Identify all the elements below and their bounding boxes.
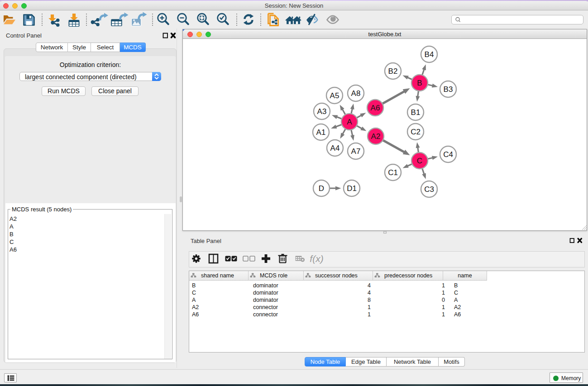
svg-text:C1: C1 [388,168,398,177]
svg-text:B2: B2 [388,67,398,76]
svg-text:B: B [417,79,422,87]
svg-text:A8: A8 [351,89,361,98]
svg-text:A7: A7 [351,147,361,156]
svg-text:B1: B1 [411,108,421,117]
svg-text:C3: C3 [424,185,434,194]
svg-text:B4: B4 [425,50,434,59]
svg-text:A6: A6 [371,104,380,112]
svg-text:A5: A5 [330,91,339,100]
svg-text:A2: A2 [371,132,381,141]
svg-text:f(x): f(x) [310,253,323,264]
svg-text:C: C [417,157,422,165]
svg-text:D1: D1 [347,184,357,193]
svg-text:C2: C2 [411,128,421,136]
svg-text:B3: B3 [444,85,453,94]
svg-text:D: D [319,184,324,193]
svg-text:A3: A3 [317,107,327,116]
svg-text:A4: A4 [330,144,340,152]
svg-text:A1: A1 [316,128,326,137]
svg-text:A: A [347,118,352,126]
svg-text:C4: C4 [443,150,453,159]
